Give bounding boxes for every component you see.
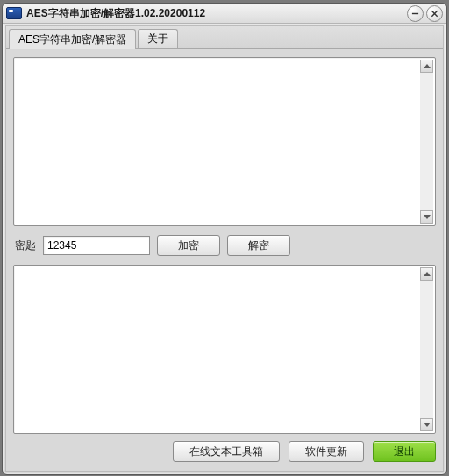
main-panel: 密匙 加密 解密 [13,57,436,434]
chevron-down-icon [424,423,431,427]
input-scrollbar[interactable] [420,60,433,224]
toolbox-label: 在线文本工具箱 [189,445,263,458]
encrypt-button[interactable]: 加密 [157,235,220,256]
scroll-up-button[interactable] [420,60,433,73]
scroll-track[interactable] [420,281,433,418]
online-toolbox-button[interactable]: 在线文本工具箱 [173,441,280,462]
tab-about[interactable]: 关于 [138,29,178,48]
window-title: AES字符串加密/解密器1.02.20200112 [26,6,404,21]
scroll-down-button[interactable] [420,418,433,431]
close-button[interactable] [426,5,443,22]
output-text-wrap [13,265,436,434]
minimize-icon [411,10,419,18]
client-area: AES字符串加密/解密器 关于 密匙 加密 解密 [5,25,444,472]
tab-strip: AES字符串加密/解密器 关于 [6,26,443,49]
app-icon [6,7,22,19]
output-scrollbar[interactable] [420,267,433,431]
decrypt-button[interactable]: 解密 [227,235,290,256]
minimize-button[interactable] [407,5,424,22]
input-text-wrap [13,57,436,226]
key-input[interactable] [43,236,150,255]
app-window: AES字符串加密/解密器1.02.20200112 AES字符串加密/解密器 关… [2,3,447,475]
chevron-up-icon [424,64,431,68]
chevron-up-icon [424,272,431,276]
software-update-button[interactable]: 软件更新 [289,441,364,462]
footer-bar: 在线文本工具箱 软件更新 退出 [13,439,436,464]
chevron-down-icon [424,215,431,219]
exit-label: 退出 [394,445,415,458]
titlebar[interactable]: AES字符串加密/解密器1.02.20200112 [3,4,446,24]
scroll-track[interactable] [420,73,433,210]
exit-button[interactable]: 退出 [373,441,436,462]
tab-main-label: AES字符串加密/解密器 [18,32,126,47]
svg-rect-0 [412,12,418,13]
tab-main[interactable]: AES字符串加密/解密器 [9,29,136,49]
close-icon [431,10,438,18]
scroll-up-button[interactable] [420,267,433,281]
update-label: 软件更新 [305,445,347,458]
decrypt-label: 解密 [248,239,269,252]
tab-about-label: 关于 [147,32,168,46]
input-textarea[interactable] [16,60,423,227]
key-label: 密匙 [15,238,36,253]
scroll-down-button[interactable] [420,210,433,224]
output-textarea[interactable] [16,267,423,435]
encrypt-label: 加密 [178,239,199,252]
key-row: 密匙 加密 解密 [13,226,436,265]
